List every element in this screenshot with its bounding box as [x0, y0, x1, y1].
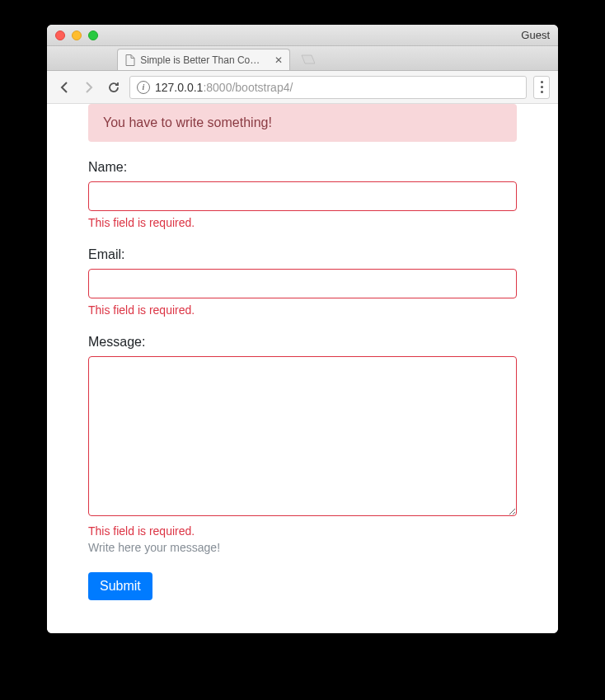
maximize-window-button[interactable] — [88, 31, 98, 40]
menu-button[interactable] — [533, 76, 550, 99]
address-bar[interactable]: i 127.0.0.1:8000/bootstrap4/ — [129, 76, 527, 99]
titlebar: Guest — [47, 25, 558, 46]
minimize-window-button[interactable] — [72, 31, 82, 40]
error-alert: You have to write something! — [88, 104, 517, 142]
browser-window: Guest Simple is Better Than Complex ✕ i … — [47, 25, 558, 633]
email-input[interactable] — [88, 269, 517, 298]
back-button[interactable] — [55, 78, 73, 96]
email-label: Email: — [88, 247, 517, 262]
traffic-lights — [55, 31, 98, 40]
toolbar: i 127.0.0.1:8000/bootstrap4/ — [47, 71, 558, 104]
close-window-button[interactable] — [55, 31, 65, 40]
form-group-name: Name: This field is required. — [88, 160, 517, 229]
submit-button[interactable]: Submit — [88, 572, 152, 600]
name-input[interactable] — [88, 181, 517, 211]
reload-button[interactable] — [105, 78, 123, 96]
tab-bar: Simple is Better Than Complex ✕ — [47, 46, 558, 71]
email-error: This field is required. — [88, 303, 517, 317]
form-group-email: Email: This field is required. — [88, 247, 517, 317]
forward-button[interactable] — [80, 78, 98, 96]
file-icon — [124, 54, 135, 66]
name-error: This field is required. — [88, 216, 517, 229]
form-group-message: Message: This field is required. Write h… — [88, 335, 517, 554]
tab-title: Simple is Better Than Complex — [140, 54, 268, 66]
page-content: You have to write something! Name: This … — [47, 104, 558, 633]
message-textarea[interactable] — [88, 356, 517, 516]
message-label: Message: — [88, 335, 517, 350]
browser-tab[interactable]: Simple is Better Than Complex ✕ — [117, 49, 290, 70]
message-error: This field is required. — [88, 524, 517, 538]
url-host: 127.0.0.1 — [155, 81, 203, 94]
new-tab-button[interactable] — [297, 51, 317, 68]
url-path: :8000/bootstrap4/ — [203, 81, 293, 94]
url-text: 127.0.0.1:8000/bootstrap4/ — [155, 81, 293, 94]
guest-label: Guest — [521, 29, 550, 41]
name-label: Name: — [88, 160, 517, 175]
site-info-icon[interactable]: i — [137, 81, 150, 94]
message-help: Write here your message! — [88, 541, 517, 554]
close-tab-icon[interactable]: ✕ — [274, 54, 283, 66]
